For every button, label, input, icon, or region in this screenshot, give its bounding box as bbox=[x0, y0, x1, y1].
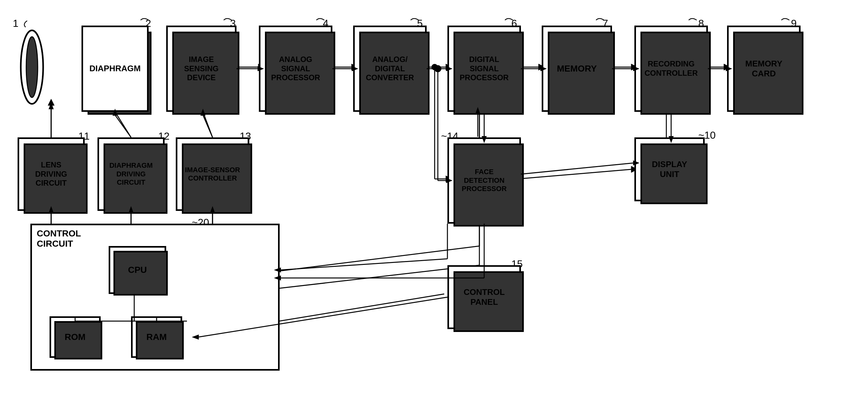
block-adc: ANALOG/DIGITALCONVERTER bbox=[353, 26, 427, 112]
block-image-sensor-ctrl: IMAGE-SENSORCONTROLLER bbox=[176, 137, 249, 211]
svg-line-84 bbox=[115, 115, 131, 137]
block-diaphragm-driving: DIAPHRAGMDRIVINGCIRCUIT bbox=[97, 137, 164, 211]
block-lens-driving: LENSDRIVINGCIRCUIT bbox=[18, 137, 85, 211]
svg-point-6 bbox=[431, 64, 438, 70]
diagram: 1 DIAPHRAGM 2 IMAGESENSINGDEVICE 3 ANALO… bbox=[0, 0, 868, 416]
block-control-circuit-label: CONTROLCIRCUIT bbox=[37, 228, 81, 249]
block-memory-card: MEMORYCARD bbox=[727, 26, 801, 112]
svg-line-72 bbox=[521, 163, 634, 174]
svg-point-49 bbox=[26, 37, 38, 97]
block-cpu: CPU bbox=[108, 246, 166, 294]
block-rom: ROM bbox=[50, 316, 101, 358]
block-ram: RAM bbox=[131, 316, 182, 358]
ref-2: 2 bbox=[146, 18, 151, 29]
block-memory: MEMORY bbox=[542, 26, 612, 112]
ref-1: 1 bbox=[13, 18, 19, 29]
lens-shape bbox=[18, 29, 46, 105]
svg-line-40 bbox=[115, 112, 131, 137]
svg-point-56 bbox=[434, 65, 441, 72]
block-analog-signal: ANALOGSIGNALPROCESSOR bbox=[259, 26, 332, 112]
svg-line-42 bbox=[203, 112, 213, 137]
svg-marker-83 bbox=[49, 102, 54, 109]
block-face-detection: FACEDETECTIONPROCESSOR bbox=[447, 137, 521, 224]
block-recording-ctrl: RECORDINGCONTROLLER bbox=[634, 26, 708, 112]
svg-line-78 bbox=[280, 259, 447, 270]
svg-line-86 bbox=[203, 115, 213, 137]
svg-marker-39 bbox=[48, 99, 54, 105]
block-image-sensing: IMAGESENSINGDEVICE bbox=[166, 26, 237, 112]
block-control-panel: CONTROLPANEL bbox=[447, 265, 521, 329]
block-dsp: DIGITALSIGNALPROCESSOR bbox=[447, 26, 521, 112]
svg-line-22 bbox=[518, 169, 631, 179]
block-diaphragm: DIAPHRAGM bbox=[82, 26, 149, 112]
block-display-unit: DISPLAYUNIT bbox=[634, 137, 705, 201]
